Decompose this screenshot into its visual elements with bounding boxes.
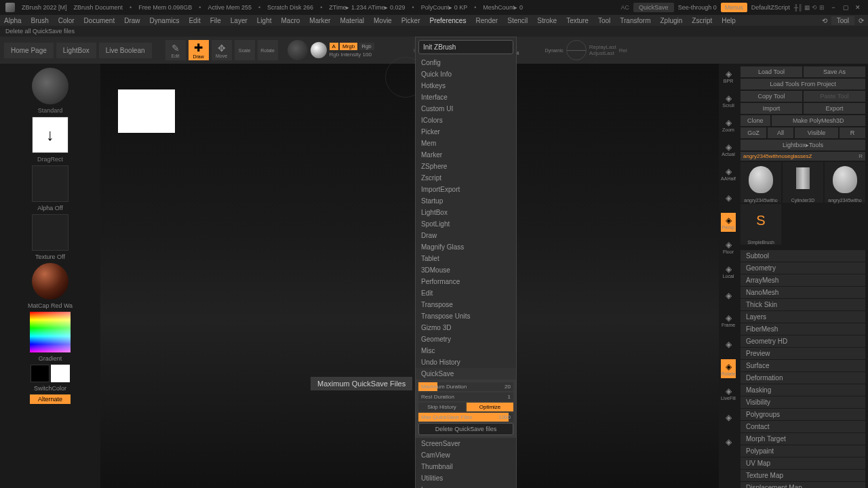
BPR-icon[interactable]: BPR <box>721 66 736 85</box>
LiveFill-icon[interactable]: LiveFill <box>721 384 736 403</box>
alternate-button[interactable]: Alternate <box>30 394 71 404</box>
paste-tool-button[interactable]: Paste Tool <box>804 91 865 102</box>
strip-icon[interactable] <box>721 335 736 354</box>
menu-stencil[interactable]: Stencil <box>507 17 528 24</box>
section-layers[interactable]: Layers <box>741 311 865 323</box>
Local-icon[interactable]: Local <box>721 262 736 281</box>
copy-tool-button[interactable]: Copy Tool <box>741 91 802 102</box>
prefs-geometry[interactable]: Geometry <box>416 333 516 345</box>
menu-movie[interactable]: Movie <box>374 17 392 24</box>
menu-tool[interactable]: Tool <box>598 17 610 24</box>
prefs-startup[interactable]: Startup <box>416 195 516 207</box>
load-from-project-button[interactable]: Load Tools From Project <box>741 79 865 89</box>
quicksave-button[interactable]: QuickSave <box>633 3 674 12</box>
import-button[interactable]: Import <box>741 103 802 114</box>
Zoom-icon[interactable]: Zoom <box>721 115 736 134</box>
goz-r-button[interactable]: R <box>840 127 865 138</box>
prefs-thumbnail[interactable]: Thumbnail <box>416 461 516 472</box>
goz-visible-button[interactable]: Visible <box>795 127 838 138</box>
menu-dynamics[interactable]: Dynamics <box>150 17 180 24</box>
scale-mode-button[interactable]: Scale <box>235 40 255 60</box>
load-tool-button[interactable]: Load Tool <box>741 66 802 77</box>
home-page-button[interactable]: Home Page <box>4 43 54 58</box>
init-zbrush-button[interactable]: Init ZBrush <box>418 40 513 54</box>
tool-thumb-cylinder[interactable]: Cylinder3D <box>783 162 823 203</box>
rgb-intensity-slider[interactable]: Rgb Intensity 100 <box>330 52 374 58</box>
menu-document[interactable]: Document <box>84 17 115 24</box>
menu-preferences[interactable]: Preferences <box>429 17 466 24</box>
menu-stroke[interactable]: Stroke <box>537 17 557 24</box>
section-preview[interactable]: Preview <box>741 348 865 359</box>
max-duration-slider[interactable]: Maximum Duration20 <box>418 382 513 391</box>
prefs-quick-info[interactable]: Quick Info <box>416 68 516 80</box>
menu-draw[interactable]: Draw <box>124 17 140 24</box>
sphere-preview-icon[interactable] <box>311 42 327 58</box>
size-curve-icon[interactable] <box>566 40 587 60</box>
menu-picker[interactable]: Picker <box>401 17 420 24</box>
Persp-icon[interactable]: Persp <box>721 213 736 232</box>
Scroll-icon[interactable]: Scroll <box>721 91 736 110</box>
menus-button[interactable]: Menus <box>721 3 747 12</box>
brush-preview-icon[interactable] <box>32 68 68 104</box>
section-uv-map[interactable]: UV Map <box>741 458 865 469</box>
goz-button[interactable]: GoZ <box>741 127 766 138</box>
menu-macro[interactable]: Macro <box>281 17 300 24</box>
switch-color-button[interactable]: SwitchColor <box>34 385 66 392</box>
menu-transform[interactable]: Transform <box>620 17 650 24</box>
max-quicksave-files-slider[interactable]: Max QuickSave Files1000 <box>418 413 513 422</box>
material-preview-icon[interactable] <box>288 40 308 60</box>
tool-collapse-icon[interactable]: ⟳ <box>859 17 864 24</box>
prefs-undo-history[interactable]: Undo History <box>416 357 516 368</box>
lightbox-button[interactable]: LightBox <box>56 43 96 58</box>
tool-thumb-simplebrush[interactable]: SSimpleBrush <box>741 204 781 245</box>
current-tool-name[interactable]: angry2345withnoseglassesZR <box>741 152 865 161</box>
menu-layer[interactable]: Layer <box>231 17 248 24</box>
stroke-thumbnail[interactable] <box>32 117 68 153</box>
menu-file[interactable]: File <box>210 17 221 24</box>
prefs-draw[interactable]: Draw <box>416 230 516 241</box>
save-as-button[interactable]: Save As <box>804 66 865 77</box>
prefs-icolors[interactable]: IColors <box>416 115 516 126</box>
section-contact[interactable]: Contact <box>741 421 865 432</box>
prefs-custom-ui[interactable]: Custom UI <box>416 103 516 115</box>
primary-color-swatch[interactable] <box>51 365 70 382</box>
material-thumbnail[interactable] <box>32 263 68 300</box>
prefs-camview[interactable]: CamView <box>416 449 516 461</box>
prefs-interface[interactable]: Interface <box>416 92 516 103</box>
menu-light[interactable]: Light <box>257 17 272 24</box>
close-icon[interactable]: ✕ <box>853 3 863 12</box>
tool-thumb-3[interactable]: angry2345witho <box>825 162 865 203</box>
prefs-magnify-glass[interactable]: Magnify Glass <box>416 241 516 253</box>
section-thick-skin[interactable]: Thick Skin <box>741 299 865 310</box>
default-zscript[interactable]: DefaultZScript <box>751 4 790 11</box>
alpha-thumbnail[interactable] <box>32 165 68 202</box>
adjust-last-button[interactable]: AdjustLast <box>589 50 616 56</box>
canvas[interactable]: Maximum QuickSave Files <box>100 64 719 488</box>
prefs-hotkeys[interactable]: Hotkeys <box>416 80 516 92</box>
rotate-mode-button[interactable]: Rotate <box>258 40 278 60</box>
section-deformation[interactable]: Deformation <box>741 372 865 384</box>
clone-button[interactable]: Clone <box>741 115 770 126</box>
menu-brush[interactable]: Brush <box>31 17 49 24</box>
section-polygroups[interactable]: Polygroups <box>741 409 865 420</box>
prefs-zscript[interactable]: Zscript <box>416 172 516 184</box>
goz-all-button[interactable]: All <box>768 127 793 138</box>
gradient-label[interactable]: Gradient <box>39 355 62 362</box>
section-morph-target[interactable]: Morph Target <box>741 433 865 445</box>
delete-quicksave-files-button[interactable]: Delete QuickSave files <box>418 423 513 435</box>
section-nanomesh[interactable]: NanoMesh <box>741 287 865 298</box>
prefs-3dmouse[interactable]: 3DMouse <box>416 264 516 276</box>
prefs-lightbox[interactable]: LightBox <box>416 207 516 218</box>
prefs-gizmo-3d[interactable]: Gizmo 3D <box>416 322 516 333</box>
prefs-transpose[interactable]: Transpose <box>416 299 516 310</box>
section-texture-map[interactable]: Texture Map <box>741 470 865 481</box>
minimize-icon[interactable]: − <box>829 3 838 12</box>
rest-duration-slider[interactable]: Rest Duration1 <box>418 392 513 401</box>
section-geometry-hd[interactable]: Geometry HD <box>741 336 865 347</box>
prefs-misc[interactable]: Misc <box>416 345 516 357</box>
menu-zplugin[interactable]: Zplugin <box>660 17 683 24</box>
strip-icon[interactable] <box>721 432 736 451</box>
strip-icon[interactable] <box>721 286 736 305</box>
Floor-icon[interactable]: Floor <box>721 237 736 256</box>
lightbox-tools-button[interactable]: Lightbox▸Tools <box>741 140 865 150</box>
